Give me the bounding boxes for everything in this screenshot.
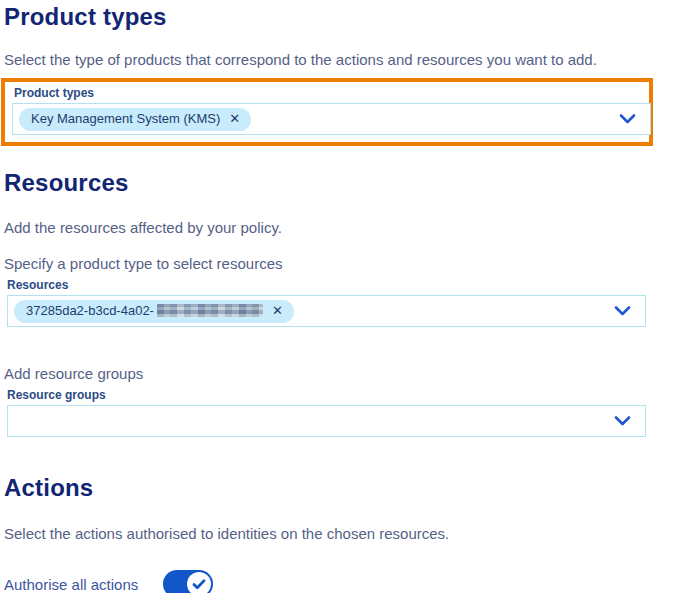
product-types-highlight-box: Product types Key Management System (KMS… [1,78,653,146]
product-types-select[interactable]: Key Management System (KMS) ✕ [12,103,651,135]
resource-tag-label: 37285da2-b3cd-4a02- [26,304,154,318]
redacted-text [157,304,263,317]
resource-groups-hint: Add resource groups [4,364,696,383]
authorise-all-label: Authorise all actions [4,575,138,593]
product-type-tag: Key Management System (KMS) ✕ [19,108,251,131]
remove-tag-icon[interactable]: ✕ [272,304,283,317]
toggle-knob [187,572,211,593]
chevron-down-icon[interactable] [614,416,631,427]
resources-description: Add the resources affected by your polic… [4,218,696,237]
chevron-down-icon[interactable] [619,114,636,125]
authorise-all-toggle[interactable] [163,570,213,593]
resource-tag: 37285da2-b3cd-4a02- ✕ [14,300,294,323]
product-types-description: Select the type of products that corresp… [4,50,696,69]
actions-heading: Actions [4,473,696,503]
remove-tag-icon[interactable]: ✕ [229,112,240,125]
actions-description: Select the actions authorised to identit… [4,524,696,543]
section-product-types: Product types Select the type of product… [4,2,696,146]
product-type-tag-label: Key Management System (KMS) [31,112,220,126]
resources-hint: Specify a product type to select resourc… [4,254,696,273]
authorise-all-row: Authorise all actions [4,570,696,593]
resources-field-label: Resources [7,278,696,293]
resources-heading: Resources [4,168,696,198]
check-icon [192,579,206,590]
product-types-field-label: Product types [14,86,644,101]
product-types-heading: Product types [4,2,696,32]
resources-select[interactable]: 37285da2-b3cd-4a02- ✕ [7,295,646,327]
resource-groups-select[interactable] [7,405,646,437]
chevron-down-icon[interactable] [614,306,631,317]
resource-groups-field-label: Resource groups [7,388,696,403]
section-resources: Resources Add the resources affected by … [4,168,696,437]
policy-form: Product types Select the type of product… [0,0,696,593]
section-actions: Actions Select the actions authorised to… [4,473,696,593]
